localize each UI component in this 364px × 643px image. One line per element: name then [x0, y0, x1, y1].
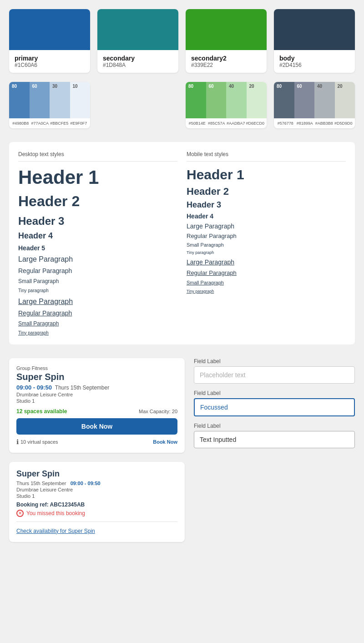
desktop-text-title: Desktop text styles [18, 151, 177, 162]
field-label-2: Field Label [194, 390, 355, 396]
secondary2-color-card: secondary2 #339E22 [186, 9, 267, 73]
field-label-1: Field Label [194, 358, 355, 365]
booked-ref-label: Booking ref: [16, 501, 49, 508]
booking-spaces-row: 12 spaces available Max Capacity: 20 [16, 408, 177, 415]
virtual-spaces-row: ℹ 10 virtual spaces Book Now [16, 438, 177, 446]
desktop-tiny-p: Tiny paragraph [18, 288, 177, 293]
field-input-3[interactable] [194, 431, 355, 448]
missed-text: You missed this booking [26, 510, 85, 516]
desktop-link-small[interactable]: Small Paragraph [18, 320, 177, 327]
mobile-h3: Header 3 [187, 200, 346, 210]
max-capacity: Max Capacity: 20 [139, 409, 177, 414]
desktop-link-regular[interactable]: Regular Paragraph [18, 309, 177, 317]
booked-date-row: Thurs 15th September 09:00 - 09:50 [16, 481, 177, 486]
booked-ref: Booking ref: ABC12345AB [16, 501, 177, 508]
desktop-link-large[interactable]: Large Paragraph [18, 298, 177, 306]
mobile-text-col: Mobile text styles Header 1 Header 2 Hea… [187, 151, 346, 335]
booking-day: Thurs 15th September [54, 385, 110, 391]
tint-primary-30: 30 [50, 82, 70, 118]
mobile-tiny-p: Tiny paragraph [187, 250, 346, 255]
tint-sec2-40: 40 [226, 82, 247, 118]
booked-studio: Studio 1 [16, 493, 177, 499]
form-fields: Field Label Field Label Field Label [194, 358, 355, 453]
mobile-small-p: Small Paragraph [187, 242, 346, 248]
bottom-right-spacer [194, 462, 355, 547]
booked-title: Super Spin [16, 469, 177, 479]
body-color-hex: #2D4156 [279, 62, 349, 68]
desktop-text-col: Desktop text styles Header 1 Header 2 He… [18, 151, 177, 335]
desktop-h1: Header 1 [18, 167, 177, 188]
mobile-link-large[interactable]: Large Paragraph [187, 258, 346, 266]
body-color-card: body #2D4156 [274, 9, 355, 73]
book-now-button[interactable]: Book Now [16, 418, 177, 435]
tint-section: 80 60 30 10 #4980B8 #77A0CA #BBCFE5 #E9F… [9, 82, 355, 128]
desktop-link-tiny[interactable]: Tiny paragraph [18, 330, 177, 335]
mobile-link-small[interactable]: Small Paragraph [187, 280, 346, 285]
desktop-large-p: Large Paragraph [18, 255, 177, 263]
ui-section: Group Fitness Super Spin 09:00 - 09:50 T… [9, 358, 355, 453]
booked-divider [16, 521, 177, 522]
booking-title: Super Spin [16, 372, 177, 382]
text-styles-section: Desktop text styles Header 1 Header 2 He… [9, 142, 355, 344]
field-input-1[interactable] [194, 366, 355, 384]
tint-primary-10: 10 [70, 82, 91, 118]
mobile-h1: Header 1 [187, 167, 346, 182]
booked-location: Drumbrae Leisure Centre [16, 487, 177, 492]
field-group-1: Field Label [194, 358, 355, 384]
booked-card: Super Spin Thurs 15th September 09:00 - … [9, 462, 185, 542]
secondary-color-card: secondary #1D848A [97, 9, 178, 73]
booking-studio: Studio 1 [16, 398, 177, 404]
body-swatch [274, 9, 355, 50]
primary-color-card: primary #1C60A6 [9, 9, 90, 73]
virtual-icon: ℹ [16, 438, 19, 446]
booked-ref-value: ABC12345AB [50, 501, 85, 508]
desktop-h2: Header 2 [18, 192, 177, 210]
mobile-link-regular[interactable]: Regular Paragraph [187, 269, 346, 276]
secondary-color-hex: #1D848A [103, 62, 173, 68]
virtual-spaces-text: 10 virtual spaces [20, 439, 58, 445]
booking-card: Group Fitness Super Spin 09:00 - 09:50 T… [9, 358, 185, 453]
tint-body-60: 60 [294, 82, 315, 118]
missed-icon: ✕ [16, 510, 24, 517]
tint-spacer [97, 82, 178, 128]
spaces-available: 12 spaces available [16, 408, 67, 415]
mobile-h4: Header 4 [187, 213, 346, 220]
secondary-color-name: secondary [103, 55, 173, 62]
field-input-2[interactable] [194, 398, 355, 416]
primary-tint-card: 80 60 30 10 #4980B8 #77A0CA #BBCFE5 #E9F… [9, 82, 90, 128]
mobile-link-tiny[interactable]: Tiny paragraph [187, 289, 346, 294]
booking-location: Drumbrae Leisure Centre [16, 392, 177, 397]
tint-primary-80: 80 [9, 82, 30, 118]
tint-sec2-80: 80 [186, 82, 206, 118]
primary-color-name: primary [15, 55, 85, 62]
missed-badge: ✕ You missed this booking [16, 510, 177, 517]
tint-sec2-20: 20 [247, 82, 267, 118]
booking-time-row: 09:00 - 09:50 Thurs 15th September [16, 384, 177, 391]
mobile-large-p: Large Paragraph [187, 223, 346, 230]
secondary2-color-name: secondary2 [191, 55, 261, 62]
desktop-h4: Header 4 [18, 231, 177, 241]
mobile-regular-p: Regular Paragraph [187, 233, 346, 239]
tint-body-40: 40 [314, 82, 335, 118]
desktop-small-p: Small Paragraph [18, 278, 177, 284]
secondary2-swatch [186, 9, 267, 50]
mobile-h2: Header 2 [187, 186, 346, 197]
primary-color-hex: #1C60A6 [15, 62, 85, 68]
mobile-text-title: Mobile text styles [187, 151, 346, 162]
secondary2-color-hex: #339E22 [191, 62, 261, 68]
tint-body-20: 20 [335, 82, 355, 118]
tint-body-80: 80 [274, 82, 294, 118]
secondary-swatch [97, 9, 178, 50]
booking-category: Group Fitness [16, 365, 177, 371]
virtual-book-link[interactable]: Book Now [153, 439, 177, 445]
booked-date: Thurs 15th September [16, 481, 66, 486]
body-tint-card: 80 60 40 20 #576778 #81899A #ABB3B8 #D5D… [274, 82, 355, 128]
field-group-3: Field Label [194, 423, 355, 448]
tint-sec2-60: 60 [206, 82, 227, 118]
check-availability-link[interactable]: Check availability for Super Spin [16, 528, 95, 534]
desktop-h3: Header 3 [18, 215, 177, 228]
color-swatches-section: primary #1C60A6 secondary #1D848A second… [9, 9, 355, 73]
field-label-3: Field Label [194, 423, 355, 429]
booking-time: 09:00 - 09:50 [16, 384, 52, 391]
desktop-regular-p: Regular Paragraph [18, 267, 177, 274]
